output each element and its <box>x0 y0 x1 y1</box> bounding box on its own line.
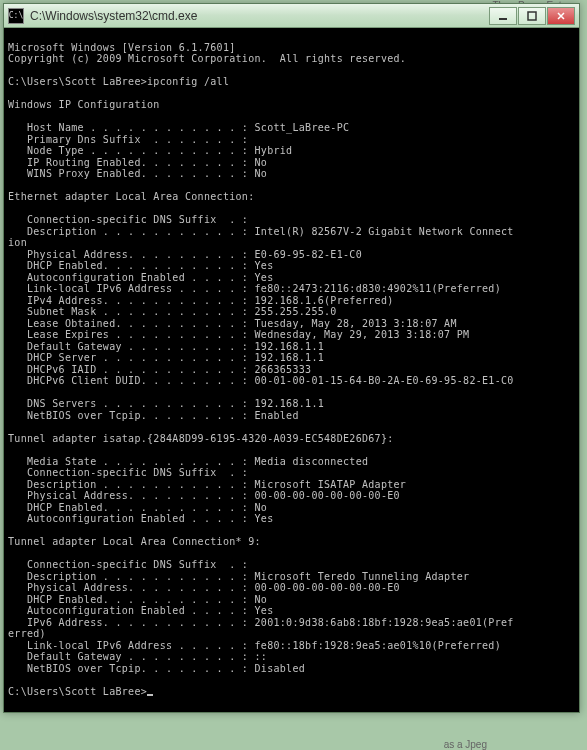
titlebar[interactable]: C:\ C:\Windows\system32\cmd.exe <box>4 4 579 28</box>
cursor <box>147 694 153 696</box>
close-button[interactable] <box>547 7 575 25</box>
cmd-window: C:\ C:\Windows\system32\cmd.exe Microsof… <box>3 3 580 713</box>
close-icon <box>556 11 566 21</box>
svg-rect-1 <box>528 12 536 20</box>
svg-rect-0 <box>499 18 507 20</box>
minimize-button[interactable] <box>489 7 517 25</box>
window-controls <box>489 7 575 25</box>
background-hint-bottom: as a Jpeg <box>444 739 487 750</box>
cmd-icon: C:\ <box>8 8 24 24</box>
terminal-output[interactable]: Microsoft Windows [Version 6.1.7601] Cop… <box>4 28 579 712</box>
maximize-button[interactable] <box>518 7 546 25</box>
window-title: C:\Windows\system32\cmd.exe <box>30 9 489 23</box>
minimize-icon <box>498 11 508 21</box>
maximize-icon <box>527 11 537 21</box>
